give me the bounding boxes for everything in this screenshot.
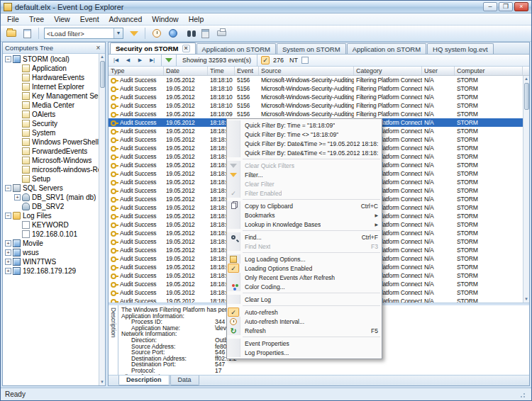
menu-item-copy-to-clipboard[interactable]: Copy to ClipboardCtrl+C bbox=[227, 201, 382, 210]
scroll-down-icon[interactable]: ▼ bbox=[100, 379, 104, 385]
open-file-button[interactable] bbox=[20, 27, 35, 40]
tree-node-log-files[interactable]: −Log Files bbox=[3, 211, 99, 220]
tab-system-on-storm[interactable]: System on STORM bbox=[277, 43, 346, 54]
tree-collapse-icon[interactable]: − bbox=[5, 213, 11, 219]
description-side-tab[interactable]: Description bbox=[109, 305, 118, 375]
resize-grip[interactable] bbox=[520, 391, 527, 398]
column-header-user[interactable]: User bbox=[422, 67, 455, 75]
auto-refresh-button[interactable] bbox=[149, 27, 164, 40]
tree-node-microsoft-windows-remotedesktop[interactable]: microsoft-windows-RemoteDesktop bbox=[3, 165, 99, 174]
bottom-tab-data[interactable]: Data bbox=[170, 375, 199, 385]
table-scrollbar[interactable]: ▲ ▼ bbox=[523, 76, 529, 303]
column-header-time[interactable]: Time bbox=[208, 67, 235, 75]
menu-event[interactable]: Event bbox=[75, 14, 104, 24]
close-button[interactable]: × bbox=[514, 2, 528, 11]
menu-item-quick-filter-by-date-time-19-05-2012-18-18-09[interactable]: Quick Filter By: Date&Time >= "19.05.201… bbox=[227, 139, 382, 148]
menu-item-quick-filter-by-time-18-18-09[interactable]: Quick Filter By: Time <> "18:18:09" bbox=[227, 130, 382, 139]
tree-node-forwardedevents[interactable]: ForwardedEvents bbox=[3, 147, 99, 156]
tree-node-storm-local[interactable]: −STORM (local) bbox=[3, 55, 99, 64]
tree-node-db-srv1-main-db[interactable]: +DB_SRV1 (main db) bbox=[3, 193, 99, 202]
load-filter-combo[interactable]: <Load filter> ▼ bbox=[44, 28, 123, 39]
tree-expand-icon[interactable]: + bbox=[14, 194, 21, 200]
prev-event-button[interactable]: ◀ bbox=[123, 55, 133, 65]
print-button[interactable] bbox=[214, 27, 229, 40]
tree-collapse-icon[interactable]: − bbox=[5, 56, 11, 62]
tree-node-security[interactable]: Security bbox=[3, 119, 99, 128]
tree-expand-icon[interactable]: + bbox=[5, 259, 11, 265]
tree-expand-icon[interactable]: + bbox=[5, 268, 11, 274]
menu-item-event-properties[interactable]: Event Properties bbox=[227, 339, 382, 348]
menu-item-loading-options-enabled[interactable]: Loading Options Enabled bbox=[227, 264, 382, 273]
title-bar[interactable]: default.elx - Event Log Explorer – ❐ × bbox=[1, 1, 531, 13]
menu-item-filter[interactable]: Filter... bbox=[227, 170, 382, 179]
tree-node-movile[interactable]: +Movile bbox=[3, 239, 99, 248]
scroll-up-icon[interactable]: ▲ bbox=[100, 54, 104, 60]
menu-item-lookup-in-knowledge-bases[interactable]: Lookup in Knowledge Bases▶ bbox=[227, 220, 382, 229]
tree-node-internet-explorer[interactable]: Internet Explorer bbox=[3, 82, 99, 91]
column-header-date[interactable]: Date bbox=[164, 67, 208, 75]
menu-file[interactable]: File bbox=[2, 14, 24, 24]
menu-view[interactable]: View bbox=[49, 14, 75, 24]
tab-application-on-storm[interactable]: Application on STORM bbox=[347, 43, 426, 54]
filter-checkbox[interactable]: ✓ bbox=[261, 56, 270, 64]
tab-hq-system-log-evt[interactable]: HQ system log.evt bbox=[427, 43, 494, 54]
first-event-button[interactable]: |◀ bbox=[111, 55, 121, 65]
tree-node-192-168-0-101[interactable]: 192.168.0.101 bbox=[3, 230, 99, 239]
web-lookup-button[interactable] bbox=[165, 27, 180, 40]
menu-help[interactable]: Help bbox=[184, 14, 209, 24]
minimize-button[interactable]: – bbox=[483, 2, 497, 11]
menu-item-auto-refresh[interactable]: Auto-refresh bbox=[227, 307, 382, 317]
table-row[interactable]: Audit Success19.05.201218:18:095156Micro… bbox=[109, 110, 523, 118]
menu-advanced[interactable]: Advanced bbox=[104, 14, 148, 24]
tree-collapse-icon[interactable]: − bbox=[5, 185, 11, 191]
column-header-computer[interactable]: Computer bbox=[455, 67, 523, 75]
menu-item-bookmarks[interactable]: Bookmarks▶ bbox=[227, 210, 382, 220]
tree-node-wsus[interactable]: +wsus bbox=[3, 248, 99, 257]
tree-node-application[interactable]: Application bbox=[3, 64, 99, 73]
menu-item-only-recent-events-after-refresh[interactable]: Only Recent Events After Refresh bbox=[227, 273, 382, 282]
bottom-tab-description[interactable]: Description bbox=[118, 375, 170, 385]
tree-node-keyword[interactable]: KEYWORD bbox=[3, 220, 99, 230]
tree-node-system[interactable]: System bbox=[3, 128, 99, 137]
tree-expand-icon[interactable]: + bbox=[5, 249, 11, 256]
last-event-button[interactable]: ▶| bbox=[147, 55, 157, 65]
tree-node-oalerts[interactable]: OAlerts bbox=[3, 110, 99, 119]
menu-item-color-coding[interactable]: Color Coding... bbox=[227, 282, 382, 291]
chevron-down-icon[interactable]: ▼ bbox=[113, 28, 123, 38]
column-header-source[interactable]: Source bbox=[259, 67, 354, 75]
tab-close-icon[interactable]: × bbox=[182, 45, 190, 52]
panel-close-icon[interactable]: × bbox=[94, 44, 103, 52]
next-event-button[interactable]: ▶ bbox=[135, 55, 145, 65]
scroll-thumb[interactable] bbox=[524, 83, 529, 110]
menu-window[interactable]: Window bbox=[147, 14, 183, 24]
tab-application-on-storm[interactable]: Application on STORM bbox=[196, 43, 276, 54]
column-header-event[interactable]: Event bbox=[235, 67, 259, 75]
menu-item-find[interactable]: Find...Ctrl+F bbox=[227, 232, 382, 242]
tree-node-microsoft-windows[interactable]: Microsoft-Windows bbox=[3, 156, 99, 165]
column-header-type[interactable]: Type bbox=[109, 67, 164, 75]
table-row[interactable]: Audit Success19.05.201218:18:105156Micro… bbox=[109, 93, 523, 101]
scroll-up-icon[interactable]: ▲ bbox=[524, 76, 528, 82]
tree-node-key-management-service[interactable]: Key Management Service bbox=[3, 91, 99, 101]
menu-item-log-loading-options[interactable]: Log Loading Options... bbox=[227, 254, 382, 264]
table-row[interactable]: Audit Success19.05.201218:18:105156Micro… bbox=[109, 84, 523, 93]
menu-tree[interactable]: Tree bbox=[24, 14, 49, 24]
filter-button[interactable] bbox=[126, 27, 141, 40]
calculator-button[interactable] bbox=[198, 27, 213, 40]
tree-node-192-168-179-129[interactable]: +192.168.179.129 bbox=[3, 266, 99, 276]
menu-item-quick-filter-by-date-time-19-05-2012-18-18-09[interactable]: Quick Filter By: Date&Time <= "19.05.201… bbox=[227, 148, 382, 157]
tab-security-on-storm[interactable]: Security on STORM× bbox=[110, 43, 196, 54]
tree-scrollbar[interactable]: ▲ ▼ bbox=[99, 54, 105, 385]
menu-item-log-properties[interactable]: Log Properties... bbox=[227, 348, 382, 357]
find-button[interactable] bbox=[182, 27, 196, 40]
nt-checkbox[interactable] bbox=[301, 57, 309, 64]
tree-node-hardwareevents[interactable]: HardwareEvents bbox=[3, 73, 99, 82]
tree-node-db-srv2[interactable]: DB_SRV2 bbox=[3, 202, 99, 211]
scroll-down-icon[interactable]: ▼ bbox=[524, 296, 528, 303]
tree-node-win7tws[interactable]: +WIN7TWS bbox=[3, 257, 99, 266]
open-log-button[interactable] bbox=[4, 27, 18, 40]
tree-node-sql-servers[interactable]: −SQL Servers bbox=[3, 183, 99, 193]
menu-item-clear-log[interactable]: Clear Log bbox=[227, 295, 382, 304]
quick-filter-icon[interactable] bbox=[165, 58, 172, 62]
tree-expand-icon[interactable]: + bbox=[5, 240, 11, 247]
